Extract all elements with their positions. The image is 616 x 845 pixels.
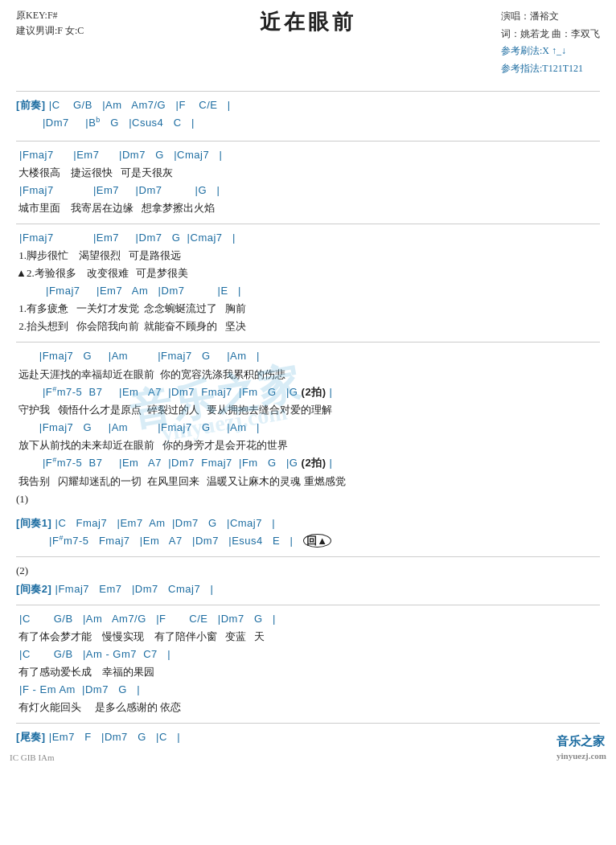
outro-lyric3: 有灯火能回头 是多么感谢的 依恋 bbox=[16, 699, 600, 716]
divider-2 bbox=[16, 224, 600, 224]
verse2-lyric2: ▲2.考验很多 改变很难 可是梦很美 bbox=[16, 265, 600, 282]
chorus1-chord1: |Fmaj7 G |Am |Fmaj7 G |Am | bbox=[16, 347, 600, 365]
key-info: 原KEY:F# bbox=[16, 8, 84, 23]
chorus1-lyric5: (1) bbox=[16, 490, 600, 508]
logo-bottom-left: IC GIB IAm bbox=[10, 753, 55, 762]
strumming1: 参考刷法:X ↑_↓ bbox=[501, 43, 600, 60]
section-chorus1: |Fmaj7 G |Am |Fmaj7 G |Am | 远赴天涯找的幸福却近在眼… bbox=[16, 347, 600, 508]
marker-2: (2) bbox=[16, 562, 600, 580]
section-interlude2: [间奏2] |Fmaj7 Em7 |Dm7 Cmaj7 | bbox=[16, 580, 600, 598]
divider-5 bbox=[16, 605, 600, 605]
verse2-chord1: |Fmaj7 |Em7 |Dm7 G |Cmaj7 | bbox=[16, 229, 600, 247]
chorus1-chord4: |F#m7-5 B7 |Em A7 |Dm7 Fmaj7 |Fm G |G (2… bbox=[16, 454, 600, 472]
outro-chord1: |C G/B |Am Am7/G |F C/E |Dm7 G | bbox=[16, 610, 600, 628]
meta-right: 演唱：潘裕文 词：姚若龙 曲：李双飞 参考刷法:X ↑_↓ 参考指法:T121T… bbox=[501, 8, 600, 77]
verse2-chord2: |Fmaj7 |Em7 Am |Dm7 |E | bbox=[16, 282, 600, 300]
verse2-lyric1: 1.脚步很忙 渴望很烈 可是路很远 bbox=[16, 247, 600, 265]
suggestion-info: 建议男调:F 女:C bbox=[16, 23, 84, 39]
chorus1-lyric4: 我告别 闪耀却迷乱的一切 在风里回来 温暖又让麻木的灵魂 重燃感觉 bbox=[16, 473, 600, 490]
verse1-lyric2: 城市里面 我寄居在边缘 想拿梦擦出火焰 bbox=[16, 199, 600, 217]
prelude-chord1: [前奏] |C G/B |Am Am7/G |F C/E | bbox=[16, 96, 600, 114]
divider-3 bbox=[16, 342, 600, 343]
ending-chord1: [尾奏] |Em7 F |Dm7 G |C | bbox=[16, 728, 600, 746]
section-ending: [尾奏] |Em7 F |Dm7 G |C | bbox=[16, 728, 600, 746]
strumming2: 参考指法:T121T121 bbox=[501, 60, 600, 78]
section-verse1: |Fmaj7 |Em7 |Dm7 G |Cmaj7 | 大楼很高 捷运很快 可是… bbox=[16, 146, 600, 217]
divider-6 bbox=[16, 723, 600, 724]
divider-4 bbox=[16, 556, 600, 557]
verse1-lyric1: 大楼很高 捷运很快 可是天很灰 bbox=[16, 164, 600, 182]
lyricist-info: 词：姚若龙 曲：李双飞 bbox=[501, 26, 600, 43]
divider-top bbox=[16, 91, 600, 92]
meta-left: 原KEY:F# 建议男调:F 女:C bbox=[16, 8, 84, 39]
verse2-lyric4: 2.抬头想到 你会陪我向前 就能奋不顾身的 坚决 bbox=[16, 318, 600, 335]
interlude1-chord2: |F#m7-5 Fmaj7 |Em A7 |Dm7 |Esus4 E | 回▲ bbox=[16, 532, 600, 550]
outro-chord3: |F - Em Am |Dm7 G | bbox=[16, 681, 600, 699]
verse2-lyric3: 1.有多疲惫 一关灯才发觉 念念蜿蜒流过了 胸前 bbox=[16, 300, 600, 318]
interlude1-chord1: [间奏1] |C Fmaj7 |Em7 Am |Dm7 G |Cmaj7 | bbox=[16, 515, 600, 532]
interlude2-chord1: [间奏2] |Fmaj7 Em7 |Dm7 Cmaj7 | bbox=[16, 580, 600, 598]
divider-1 bbox=[16, 141, 600, 142]
chorus1-lyric3: 放下从前找的未来却近在眼前 你的身旁才是会开花的世界 bbox=[16, 437, 600, 454]
section-prelude: [前奏] |C G/B |Am Am7/G |F C/E | |Dm7 |Bb … bbox=[16, 96, 600, 133]
outro-lyric2: 有了感动爱长成 幸福的果园 bbox=[16, 663, 600, 681]
logo-bottom-right: 音乐之家 yinyuezj.com bbox=[556, 734, 606, 762]
chorus1-chord2: |F#m7-5 B7 |Em A7 |Dm7 Fmaj7 |Fm G |G (2… bbox=[16, 384, 600, 401]
chorus1-lyric1: 远赴天涯找的幸福却近在眼前 你的宽容洗涤我累积的伤悲 bbox=[16, 366, 600, 384]
prelude-chord2: |Dm7 |Bb G |Csus4 C | bbox=[16, 114, 600, 132]
singer-info: 演唱：潘裕文 bbox=[501, 8, 600, 26]
outro-chord2: |C G/B |Am - Gm7 C7 | bbox=[16, 646, 600, 663]
section-verse2: |Fmaj7 |Em7 |Dm7 G |Cmaj7 | 1.脚步很忙 渴望很烈 … bbox=[16, 229, 600, 336]
section-outro-verse: |C G/B |Am Am7/G |F C/E |Dm7 G | 有了体会梦才能… bbox=[16, 610, 600, 717]
verse1-chord2: |Fmaj7 |Em7 |Dm7 |G | bbox=[16, 182, 600, 199]
chorus1-chord3: |Fmaj7 G |Am |Fmaj7 G |Am | bbox=[16, 419, 600, 437]
outro-lyric1: 有了体会梦才能 慢慢实现 有了陪伴小窗 变蓝 天 bbox=[16, 628, 600, 646]
page: 原KEY:F# 建议男调:F 女:C 近在眼前 演唱：潘裕文 词：姚若龙 曲：李… bbox=[0, 0, 616, 769]
verse1-chord1: |Fmaj7 |Em7 |Dm7 G |Cmaj7 | bbox=[16, 146, 600, 164]
section-interlude1: [间奏1] |C Fmaj7 |Em7 Am |Dm7 G |Cmaj7 | |… bbox=[16, 515, 600, 551]
chorus1-lyric2: 守护我 领悟什么才是原点 碎裂过的人 要从拥抱去缝合对爱的理解 bbox=[16, 401, 600, 419]
